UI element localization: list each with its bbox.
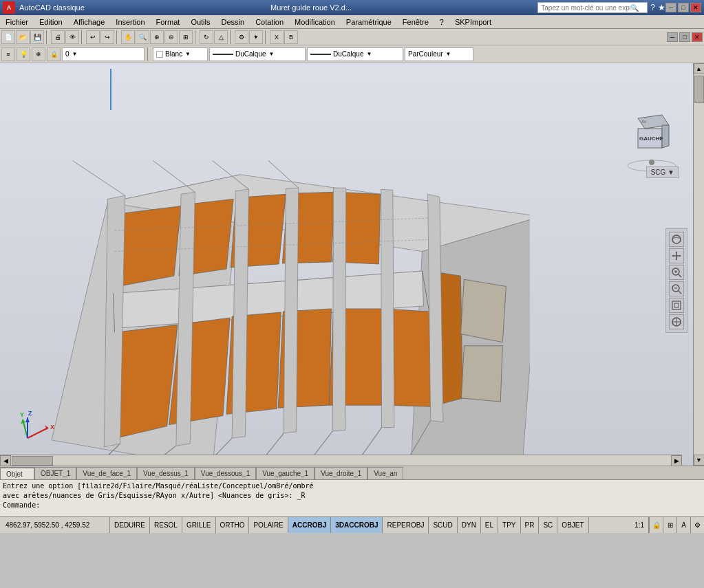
layer-dropdown[interactable]: 0 ▼ xyxy=(62,47,145,61)
sb-objet[interactable]: OBJET xyxy=(557,517,588,533)
rt-orbit[interactable] xyxy=(669,232,684,247)
tb-3dorbit[interactable]: ↻ xyxy=(200,30,213,44)
lineweight-dropdown[interactable]: ParCouleur ▼ xyxy=(405,47,473,61)
tab-objet[interactable]: Objet xyxy=(0,467,34,479)
restore-button[interactable]: □ xyxy=(678,3,689,12)
linetype2-dropdown[interactable]: DuCalque ▼ xyxy=(307,47,403,61)
sb-pr[interactable]: PR xyxy=(521,517,540,533)
hscroll-left[interactable]: ◀ xyxy=(0,455,11,466)
sb-scud[interactable]: SCUD xyxy=(429,517,457,533)
layer-lock-btn[interactable]: 🔒 xyxy=(47,47,61,61)
layer-freeze-btn[interactable]: ❄ xyxy=(32,47,45,61)
menu-parametrique[interactable]: Paramétrique xyxy=(341,17,397,28)
tb-3dview[interactable]: △ xyxy=(214,30,228,44)
sb-resol[interactable]: RESOL xyxy=(150,517,182,533)
tb-block[interactable]: B xyxy=(284,30,298,44)
sb-deduire[interactable]: DEDUIRE xyxy=(110,517,150,533)
tab-vue-dessus[interactable]: Vue_dessus_1 xyxy=(137,467,195,479)
tb-print[interactable]: 🖨 xyxy=(51,30,65,44)
rt-zoom-in[interactable] xyxy=(669,265,684,280)
menu-affichage[interactable]: Affichage xyxy=(68,17,111,28)
sb-gear-icon[interactable]: ⚙ xyxy=(690,517,704,533)
tb-xref[interactable]: X xyxy=(270,30,284,44)
menu-help[interactable]: ? xyxy=(434,17,449,28)
sb-view-icon[interactable]: ⊞ xyxy=(663,517,676,533)
svg-marker-5 xyxy=(118,206,181,287)
tab-vue-gauche[interactable]: Vue_gauche_1 xyxy=(256,467,314,479)
tb-undo[interactable]: ↩ xyxy=(86,30,100,44)
vscroll-thumb[interactable] xyxy=(694,76,704,103)
linetype-dropdown[interactable]: DuCalque ▼ xyxy=(209,47,306,61)
viewcube[interactable]: GAUCHE AV xyxy=(624,105,679,160)
viewport-minimize[interactable]: ─ xyxy=(667,32,678,42)
tb-save[interactable]: 💾 xyxy=(30,30,44,44)
tb-pan[interactable]: ✋ xyxy=(121,30,135,44)
tb-redo[interactable]: ↪ xyxy=(100,30,114,44)
sb-lock-icon[interactable]: 🔒 xyxy=(649,517,663,533)
color-arrow: ▼ xyxy=(185,51,191,57)
tab-objet1[interactable]: OBJET_1 xyxy=(34,467,76,479)
sb-tpy[interactable]: TPY xyxy=(498,517,520,533)
menu-modification[interactable]: Modification xyxy=(289,17,341,28)
menu-edition[interactable]: Edition xyxy=(34,17,68,28)
tb-zoom[interactable]: 🔍 xyxy=(136,30,149,44)
tb-zoom-ext[interactable]: ⊞ xyxy=(179,30,193,44)
tb-preview[interactable]: 👁 xyxy=(65,30,79,44)
vertical-scrollbar[interactable]: ▲ ▼ xyxy=(693,63,704,466)
sb-sc[interactable]: SC xyxy=(539,517,557,533)
sb-dyn[interactable]: DYN xyxy=(458,517,481,533)
close-button[interactable]: ✕ xyxy=(690,3,701,12)
tb-match[interactable]: ✦ xyxy=(249,30,263,44)
minimize-button[interactable]: ─ xyxy=(665,3,676,12)
rt-zoom-ext[interactable] xyxy=(669,298,684,313)
vscroll-up[interactable]: ▲ xyxy=(694,63,705,74)
menu-dessin[interactable]: Dessin xyxy=(216,17,250,28)
tb-new[interactable]: 📄 xyxy=(1,30,15,44)
viewport-close[interactable]: ✕ xyxy=(692,32,703,42)
tab-vue-droite[interactable]: Vue_droite_1 xyxy=(314,467,367,479)
search-input[interactable] xyxy=(541,4,630,12)
menu-insertion[interactable]: Insertion xyxy=(110,17,150,28)
layer-dropdown-arrow: ▼ xyxy=(72,51,78,57)
rt-showwheel[interactable] xyxy=(669,314,684,329)
tab-vue-face[interactable]: Vue_de_face_1 xyxy=(76,467,137,479)
menu-fenetre[interactable]: Fenêtre xyxy=(397,17,434,28)
vscroll-down[interactable]: ▼ xyxy=(694,455,705,466)
menu-skpimport[interactable]: SKPImport xyxy=(449,17,497,28)
star-icon[interactable]: ★ xyxy=(658,3,665,12)
sb-3daccrobj[interactable]: 3DACCROBJ xyxy=(331,517,383,533)
help-icon[interactable]: ? xyxy=(650,3,655,12)
svg-text:Y: Y xyxy=(20,411,24,418)
rt-zoom-out[interactable] xyxy=(669,281,684,296)
menu-cotation[interactable]: Cotation xyxy=(250,17,289,28)
toolbar-separator4 xyxy=(195,30,198,44)
sb-polaire[interactable]: POLAIRE xyxy=(249,517,288,533)
rt-pan[interactable] xyxy=(669,248,684,263)
search-box[interactable]: 🔍 xyxy=(537,2,648,13)
sb-ortho[interactable]: ORTHO xyxy=(216,517,250,533)
color-dropdown[interactable]: Blanc ▼ xyxy=(153,47,208,61)
hscroll-thumb[interactable] xyxy=(12,456,53,466)
linetype-arrow: ▼ xyxy=(268,51,274,57)
scg-badge[interactable]: SCG ▼ xyxy=(646,166,679,178)
layer-props-btn[interactable]: ≡ xyxy=(1,47,15,61)
menu-outils[interactable]: Outils xyxy=(185,17,215,28)
tb-zoom-window[interactable]: ⊕ xyxy=(150,30,164,44)
menu-fichier[interactable]: Fichier xyxy=(0,17,34,28)
sb-el[interactable]: EL xyxy=(481,517,498,533)
sb-accrobj[interactable]: ACCROBJ xyxy=(288,517,331,533)
tab-vue-dessous[interactable]: Vue_dessous_1 xyxy=(195,467,256,479)
menu-format[interactable]: Format xyxy=(151,17,186,28)
sb-annotate-icon[interactable]: A xyxy=(676,517,690,533)
horizontal-scrollbar[interactable]: ◀ ▶ xyxy=(0,455,682,466)
tab-vue-an[interactable]: Vue_an xyxy=(367,467,403,479)
tb-open[interactable]: 📂 xyxy=(16,30,30,44)
sb-grille[interactable]: GRILLE xyxy=(182,517,216,533)
sb-reperobj[interactable]: REPEROBJ xyxy=(383,517,429,533)
hscroll-right[interactable]: ▶ xyxy=(671,455,682,466)
layer-on-btn[interactable]: 💡 xyxy=(17,47,30,61)
tb-zoom-prev[interactable]: ⊖ xyxy=(164,30,178,44)
viewport-restore[interactable]: □ xyxy=(679,32,690,42)
tb-properties[interactable]: ⚙ xyxy=(235,30,248,44)
viewport[interactable]: GAUCHE AV SCG ▼ xyxy=(0,63,693,466)
